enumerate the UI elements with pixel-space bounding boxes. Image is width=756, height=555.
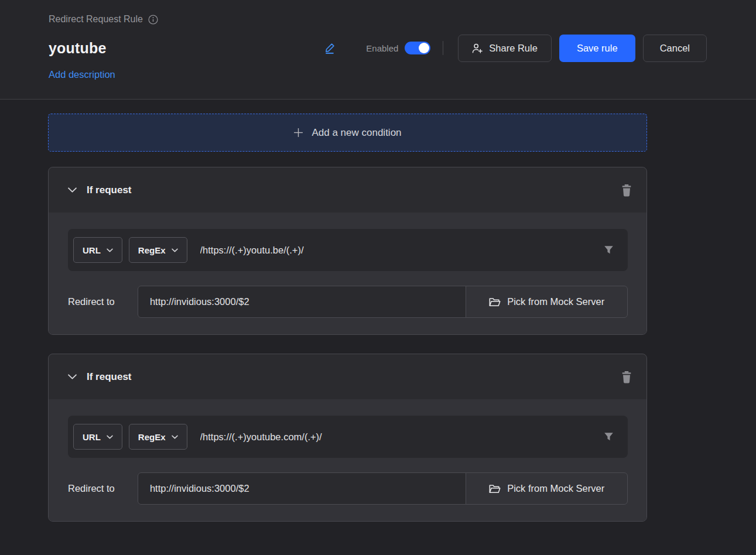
source-filters-button[interactable] <box>604 432 614 442</box>
pick-from-mock-server-button[interactable]: Pick from Mock Server <box>466 286 628 318</box>
save-rule-button[interactable]: Save rule <box>559 35 635 62</box>
pick-from-mock-server-label: Pick from Mock Server <box>507 483 604 494</box>
chevron-down-icon <box>172 248 178 252</box>
cancel-button[interactable]: Cancel <box>643 35 707 62</box>
trash-icon <box>621 184 632 197</box>
source-key-value: URL <box>83 245 101 255</box>
header-actions: Enabled Share Rule Save rule Cancel <box>324 35 707 62</box>
chevron-down-icon <box>68 187 77 193</box>
delete-condition-button[interactable] <box>621 184 632 197</box>
source-operator-value: RegEx <box>138 245 166 255</box>
source-key-value: URL <box>83 432 101 442</box>
condition-card-title: If request <box>87 184 132 196</box>
pick-from-mock-server-label: Pick from Mock Server <box>507 296 604 307</box>
source-condition-row: URL RegEx <box>68 229 628 271</box>
chevron-down-icon <box>107 248 113 252</box>
rule-type-label: Redirect Request Rule <box>49 14 143 25</box>
header-vertical-divider <box>443 41 443 55</box>
redirect-to-label: Redirect to <box>68 296 138 307</box>
funnel-icon <box>604 245 614 255</box>
redirect-row: Redirect to Pick from Mock Server <box>68 286 628 318</box>
condition-card-body: URL RegEx <box>49 399 646 521</box>
add-new-condition-button[interactable]: Add a new condition <box>48 114 647 152</box>
add-new-condition-label: Add a new condition <box>312 127 401 139</box>
condition-card-body: URL RegEx <box>49 213 646 334</box>
source-filters-button[interactable] <box>604 245 614 255</box>
source-pattern-input[interactable] <box>187 245 604 256</box>
condition-card: If request URL RegEx <box>48 167 647 335</box>
condition-card-header[interactable]: If request <box>49 354 646 399</box>
source-operator-value: RegEx <box>138 432 166 442</box>
user-plus-icon <box>472 43 483 53</box>
redirect-row: Redirect to Pick from Mock Server <box>68 472 628 505</box>
plus-icon <box>293 128 303 138</box>
share-rule-button[interactable]: Share Rule <box>458 35 552 62</box>
source-operator-dropdown[interactable]: RegEx <box>129 424 187 450</box>
open-folder-icon <box>489 297 501 307</box>
rule-type-line: Redirect Request Rule <box>49 14 707 25</box>
rule-title-row: youtube Enabled Share Rule Save rule Can… <box>49 34 707 62</box>
trash-icon <box>621 371 632 383</box>
source-key-dropdown[interactable]: URL <box>73 237 122 263</box>
info-icon[interactable] <box>148 15 158 25</box>
edit-rule-name-button[interactable] <box>324 42 336 54</box>
chevron-down-icon <box>68 374 77 379</box>
condition-card-title: If request <box>87 371 132 383</box>
toggle-knob <box>419 43 429 53</box>
redirect-to-label: Redirect to <box>68 483 138 494</box>
edit-pencil-icon <box>324 42 336 54</box>
rule-pairs-area: Add a new condition If request URL <box>0 100 756 522</box>
open-folder-icon <box>489 484 501 494</box>
rule-editor-header: Redirect Request Rule youtube Enabled Sh <box>0 0 756 100</box>
redirect-destination-input[interactable] <box>138 472 466 505</box>
add-description-link[interactable]: Add description <box>49 69 115 80</box>
source-operator-dropdown[interactable]: RegEx <box>129 237 187 263</box>
funnel-icon <box>604 432 614 442</box>
source-key-dropdown[interactable]: URL <box>73 424 122 450</box>
condition-card-header[interactable]: If request <box>49 167 646 213</box>
chevron-down-icon <box>107 435 113 439</box>
source-pattern-input[interactable] <box>187 431 604 443</box>
source-condition-row: URL RegEx <box>68 416 628 458</box>
pick-from-mock-server-button[interactable]: Pick from Mock Server <box>466 472 628 505</box>
enabled-label: Enabled <box>366 43 398 53</box>
enabled-toggle[interactable] <box>405 42 430 54</box>
rule-name: youtube <box>49 40 107 57</box>
condition-card: If request URL RegEx <box>48 354 647 522</box>
delete-condition-button[interactable] <box>621 371 632 383</box>
chevron-down-icon <box>172 435 178 439</box>
share-rule-label: Share Rule <box>489 43 538 54</box>
redirect-destination-input[interactable] <box>138 286 466 318</box>
